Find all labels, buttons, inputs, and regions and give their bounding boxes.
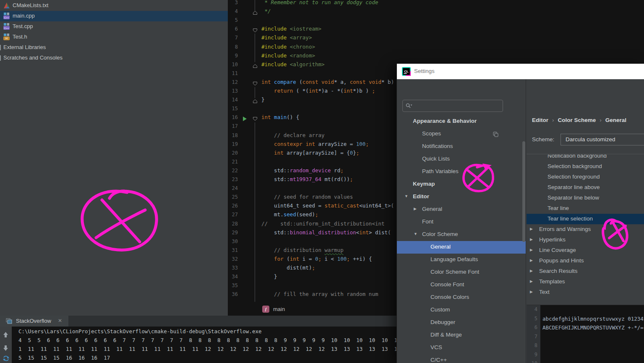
breadcrumb-segment-editor[interactable]: Editor <box>532 117 548 123</box>
settings-tree-item-diff-merge[interactable]: Diff & Merge <box>397 329 526 342</box>
scheme-preview-editor[interactable]: 45abcdefghijklmnopqrstuvwxyz 0123456789 … <box>527 305 644 363</box>
project-item-main-cpp[interactable]: C++main.cpp <box>0 11 228 21</box>
settings-tree-item-path-variables[interactable]: Path Variables <box>397 166 526 178</box>
settings-tree-item-general[interactable]: ▶General <box>397 203 526 216</box>
color-option-label: Popups and Hints <box>539 257 584 264</box>
line-number: 21 <box>228 159 238 165</box>
chevron-right-icon[interactable]: ▶ <box>530 269 533 273</box>
chevron-right-icon[interactable]: ▶ <box>530 227 533 231</box>
code-token: return <box>274 88 293 94</box>
code-token: #include <box>261 44 290 50</box>
tree-item-label: Diff & Merge <box>430 332 462 338</box>
tree-item-label: Scopes <box>422 130 441 137</box>
color-option-separator-line-below[interactable]: Separator line below <box>527 193 644 203</box>
close-icon[interactable]: ✕ <box>58 318 62 324</box>
settings-tree-item-console-colors[interactable]: Console Colors <box>397 291 526 304</box>
settings-tree-item-scopes[interactable]: Scopes <box>397 128 526 140</box>
project-item-test-cpp[interactable]: C++Test.cpp <box>0 21 228 32</box>
code-token: (seed) <box>296 211 315 218</box>
settings-tree-item-vcs[interactable]: VCS <box>397 342 526 354</box>
code-text: int main() { <box>261 114 299 120</box>
code-token: int <box>261 114 271 120</box>
scheme-dropdown[interactable]: Darcula customized <box>561 134 644 145</box>
color-option-tear-line-selection[interactable]: Tear line selection <box>527 214 644 224</box>
settings-search-box[interactable] <box>402 100 503 112</box>
clion-ide-window: CMakeLists.txtC++main.cppC++Test.cppHTes… <box>0 0 644 363</box>
chevron-right-icon[interactable]: ▶ <box>530 237 533 241</box>
settings-tree-item-general[interactable]: General <box>397 241 526 254</box>
project-item-external-libraries[interactable]: External Libraries <box>0 42 228 53</box>
settings-tree-item-keymap[interactable]: Keymap <box>397 178 526 191</box>
scrollbar-thumb[interactable] <box>522 141 525 242</box>
color-option-templates[interactable]: ▶Templates <box>527 277 644 287</box>
code-line-9[interactable]: 9#include <random> <box>228 52 644 60</box>
tree-item-label: Path Variables <box>422 168 459 174</box>
chevron-right-icon[interactable]: ▶ <box>530 290 533 294</box>
code-line-6[interactable]: 6#include <iostream> <box>228 25 644 34</box>
code-token: std:: <box>261 229 290 236</box>
settings-tree-item-editor[interactable]: ▼Editor <box>397 191 526 203</box>
settings-tree-item-notifications[interactable]: Notifications <box>397 140 526 153</box>
chevron-down-icon[interactable]: ▼ <box>404 194 408 198</box>
down-arrow-icon[interactable] <box>3 345 9 353</box>
tab-stackoverflow[interactable]: StackOverflow ✕ <box>0 316 68 327</box>
code-token: <algorithm> <box>290 61 325 67</box>
breadcrumb-function-name[interactable]: main <box>273 306 285 312</box>
code-token: // std::uniform_int_distribution<int <box>261 220 385 227</box>
settings-detail-panel: Editor›Color Scheme›General Scheme: Darc… <box>527 95 644 363</box>
settings-tree-item-console-font[interactable]: Console Font <box>397 279 526 291</box>
color-option-selection-foreground[interactable]: Selection foreground <box>527 172 644 182</box>
code-line-8[interactable]: 8#include <chrono> <box>228 43 644 52</box>
code-token: } <box>261 96 265 103</box>
chevron-right-icon[interactable]: ▶ <box>530 279 533 283</box>
color-option-tear-line[interactable]: Tear line <box>527 203 644 214</box>
breadcrumb-segment-general[interactable]: General <box>605 117 626 123</box>
code-line-3[interactable]: 3 * Remember not to run any dodgy code <box>228 0 644 7</box>
copy-icon[interactable] <box>493 131 498 139</box>
rerun-icon[interactable] <box>3 355 10 363</box>
code-token: * a, <box>334 79 350 85</box>
color-option-notification-background[interactable]: Notification background <box>527 155 644 161</box>
code-line-5[interactable]: 5 <box>228 16 644 25</box>
color-option-hyperlinks[interactable]: ▶Hyperlinks <box>527 235 644 245</box>
settings-tree-item-debugger[interactable]: Debugger <box>397 316 526 329</box>
chevron-down-icon[interactable]: ▼ <box>414 232 417 236</box>
settings-tree-item-color-scheme-font[interactable]: Color Scheme Font <box>397 266 526 279</box>
settings-tree-item-custom[interactable]: Custom <box>397 304 526 316</box>
color-option-label: Hyperlinks <box>539 236 566 243</box>
project-item-scratches-and-consoles[interactable]: Scratches and Consoles <box>0 53 228 63</box>
settings-tree-item-appearance-behavior[interactable]: Appearance & Behavior <box>397 115 526 128</box>
settings-tree-item-c-c-[interactable]: C/C++ <box>397 354 526 363</box>
tree-item-label: Keymap <box>413 181 435 187</box>
line-number: 28 <box>228 221 238 227</box>
color-option-popups-and-hints[interactable]: ▶Popups and Hints <box>527 256 644 266</box>
chevron-right-icon[interactable]: ▶ <box>530 258 533 262</box>
project-item-cmakelists-txt[interactable]: CMakeLists.txt <box>0 0 228 11</box>
line-number: 34 <box>228 274 238 280</box>
settings-tree-item-language-defaults[interactable]: Language Defaults <box>397 254 526 266</box>
color-option-search-results[interactable]: ▶Search Results <box>527 266 644 277</box>
breadcrumb-segment-color-scheme[interactable]: Color Scheme <box>558 117 596 123</box>
search-input[interactable] <box>415 101 501 111</box>
code-token: for <box>274 256 284 262</box>
line-number: 24 <box>228 185 238 191</box>
color-option-errors-and-warnings[interactable]: ▶Errors and Warnings <box>527 224 644 235</box>
settings-tree-item-color-scheme[interactable]: ▼Color Scheme <box>397 228 526 241</box>
color-option-selection-background[interactable]: Selection background <box>527 161 644 172</box>
color-option-line-coverage[interactable]: ▶Line Coverage <box>527 245 644 256</box>
up-arrow-icon[interactable] <box>3 332 9 340</box>
project-item-test-h[interactable]: HTest.h <box>0 32 228 42</box>
color-option-label: Search Results <box>539 268 578 274</box>
settings-tree-item-quick-lists[interactable]: Quick Lists <box>397 153 526 166</box>
settings-panel-divider <box>526 79 526 363</box>
settings-tree-item-font[interactable]: Font <box>397 216 526 228</box>
code-line-7[interactable]: 7#include <array> <box>228 34 644 42</box>
tree-item-label: Appearance & Behavior <box>413 118 477 124</box>
chevron-right-icon[interactable]: ▶ <box>530 248 533 252</box>
chevron-right-icon[interactable]: ▶ <box>414 207 417 211</box>
code-token: 100 <box>337 256 347 262</box>
color-option-text[interactable]: ▶Text <box>527 287 644 298</box>
line-number: 4 <box>228 8 238 14</box>
color-option-separator-line-above[interactable]: Separator line above <box>527 182 644 193</box>
code-line-4[interactable]: 4 */ <box>228 7 644 16</box>
